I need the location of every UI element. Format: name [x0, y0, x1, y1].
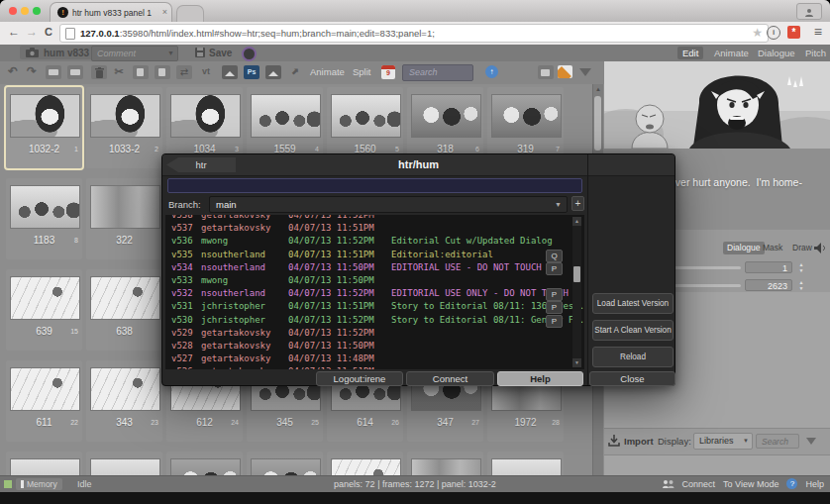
- extension-info-icon[interactable]: i: [767, 26, 780, 40]
- import-download-icon[interactable]: [608, 435, 620, 447]
- browser-tab[interactable]: ! htr hum v833 panel 1 ×: [50, 2, 172, 23]
- scroll-down-icon[interactable]: ▼: [572, 358, 581, 367]
- thumbnail-image[interactable]: [90, 276, 160, 320]
- version-row[interactable]: v536mwong04/07/13 11:52PMEditorial Cut w…: [165, 235, 584, 248]
- version-row[interactable]: v530jchristopher04/07/13 11:52PMStory to…: [165, 314, 584, 327]
- version-row[interactable]: v538getartakovsky04/07/13 11:52PM: [165, 215, 584, 222]
- version-row[interactable]: v527getartakovsky04/07/13 11:48PM: [165, 353, 584, 365]
- thumbnail-image[interactable]: [251, 94, 321, 138]
- version-row[interactable]: v535nsoutherland04/07/13 11:51PMEditoria…: [165, 249, 584, 261]
- panel-preview-image[interactable]: [604, 61, 830, 149]
- display-select[interactable]: Libraries ▼: [693, 433, 753, 450]
- view-mode-button[interactable]: To View Mode: [723, 479, 778, 489]
- paste-icon[interactable]: [155, 65, 170, 79]
- thumbnail-image[interactable]: [10, 94, 80, 138]
- comment-combo[interactable]: Comment ▼: [91, 46, 178, 61]
- panel-thumbnail[interactable]: [327, 452, 403, 475]
- speaker-icon[interactable]: [814, 243, 826, 253]
- url-text[interactable]: 127.0.0.1:35980/html/index.html#show=htr…: [80, 28, 435, 39]
- media-alt-icon[interactable]: [265, 65, 281, 79]
- thumbnail-image[interactable]: [331, 458, 401, 475]
- panel-thumbnail[interactable]: [166, 452, 243, 475]
- version-badge-button[interactable]: P: [546, 315, 563, 328]
- save-button[interactable]: Save: [190, 46, 237, 59]
- mode-edit-button[interactable]: Edit: [677, 47, 703, 59]
- close-window-icon[interactable]: [9, 7, 17, 15]
- panel-thumbnail[interactable]: [487, 452, 564, 475]
- panel-thumbnail[interactable]: 322: [86, 178, 162, 259]
- logout-button[interactable]: Logout:irene: [316, 371, 403, 386]
- library-search[interactable]: [756, 434, 799, 449]
- load-latest-version-button[interactable]: Load Latest Version: [592, 293, 674, 314]
- undo-icon[interactable]: ↶: [5, 65, 21, 79]
- profile-button[interactable]: [796, 3, 822, 20]
- panel-thumbnail[interactable]: 61122: [6, 360, 82, 442]
- version-badge-button[interactable]: P: [546, 301, 563, 314]
- export-icon[interactable]: ⬈: [287, 65, 303, 79]
- toolbar-search-input[interactable]: [407, 66, 470, 78]
- help-button[interactable]: Help: [497, 371, 583, 386]
- library-search-input[interactable]: [760, 436, 797, 448]
- toolbar-search[interactable]: [402, 64, 473, 81]
- cut-icon[interactable]: ✂: [111, 65, 127, 79]
- version-row[interactable]: v533mwong04/07/13 11:50PM: [165, 274, 584, 287]
- grid-scroll-thumb[interactable]: [594, 96, 601, 151]
- maximize-window-icon[interactable]: [33, 7, 41, 15]
- thumbnail-image[interactable]: [170, 458, 241, 475]
- duplicate-panel-icon[interactable]: [67, 65, 83, 79]
- extension-red-icon[interactable]: *: [787, 26, 800, 39]
- panel-thumbnail[interactable]: 34323: [86, 360, 162, 442]
- animate-button[interactable]: Animate: [310, 66, 345, 77]
- chevron-down-icon[interactable]: ▼: [555, 201, 562, 208]
- scroll-up-icon[interactable]: ▲: [572, 217, 581, 226]
- close-tab-icon[interactable]: ×: [162, 7, 167, 17]
- thumbnail-image[interactable]: [491, 94, 562, 138]
- minimize-window-icon[interactable]: [21, 7, 29, 15]
- redo-icon[interactable]: ↷: [24, 65, 40, 79]
- help-icon[interactable]: ?: [786, 478, 797, 489]
- version-row[interactable]: v526getartakovsky04/07/13 11:51PM: [165, 365, 584, 369]
- panel-thumbnail[interactable]: 1032-21: [6, 87, 82, 168]
- import-button[interactable]: Import: [624, 436, 654, 447]
- address-bar[interactable]: 127.0.0.1:35980/html/index.html#show=htr…: [59, 24, 769, 43]
- mask-tool-button[interactable]: Mask: [759, 242, 786, 254]
- version-row[interactable]: v532nsoutherland04/07/13 11:52PMEDITORIA…: [165, 287, 584, 300]
- draw-tool-button[interactable]: Draw: [788, 242, 816, 254]
- thumbnail-image[interactable]: [10, 367, 80, 411]
- start-clean-version-button[interactable]: Start A Clean Version: [592, 320, 674, 341]
- document-chip[interactable]: hum v833: [20, 46, 95, 59]
- add-branch-button[interactable]: +: [571, 196, 584, 211]
- vt-tool[interactable]: vt: [198, 65, 214, 79]
- reload-button[interactable]: C: [45, 26, 52, 38]
- back-button[interactable]: ←: [8, 25, 20, 39]
- panel-thumbnail[interactable]: [6, 452, 82, 475]
- browser-menu-icon[interactable]: ≡: [814, 24, 822, 40]
- frame-stepper[interactable]: ▲▼: [796, 261, 806, 273]
- photoshop-icon[interactable]: Ps: [244, 65, 259, 79]
- mode-pitch-button[interactable]: Pitch: [800, 47, 830, 59]
- show-back-tab[interactable]: htr: [166, 157, 236, 172]
- split-button[interactable]: Split: [353, 66, 370, 77]
- mode-animate-button[interactable]: Animate: [709, 47, 754, 59]
- thumbnail-image[interactable]: [251, 458, 321, 475]
- media-icon[interactable]: [222, 65, 238, 79]
- version-badge-button[interactable]: P: [546, 288, 563, 301]
- version-row[interactable]: v528getartakovsky04/07/13 11:50PM: [165, 340, 584, 353]
- thumbnail-image[interactable]: [10, 458, 80, 475]
- filter-icon[interactable]: [579, 68, 591, 76]
- chevron-down-icon[interactable]: ▼: [743, 438, 749, 444]
- frame-value[interactable]: 1: [745, 261, 792, 273]
- version-scrollbar[interactable]: ▲ ▼: [572, 217, 581, 367]
- forward-button[interactable]: →: [26, 25, 38, 39]
- version-scroll-thumb[interactable]: [573, 266, 580, 282]
- thumbnail-image[interactable]: [90, 367, 160, 411]
- delete-icon[interactable]: [91, 65, 107, 79]
- branch-select[interactable]: main ▼: [209, 196, 568, 213]
- chevron-down-icon[interactable]: ▼: [167, 50, 174, 56]
- thumbnail-image[interactable]: [491, 458, 562, 475]
- version-badge-button[interactable]: P: [546, 262, 563, 275]
- version-row[interactable]: v534nsoutherland04/07/13 11:50PMEDITORIA…: [165, 261, 584, 274]
- close-button[interactable]: Close: [589, 371, 675, 386]
- thumbnail-image[interactable]: [411, 458, 481, 475]
- panel-thumbnail[interactable]: [86, 452, 162, 475]
